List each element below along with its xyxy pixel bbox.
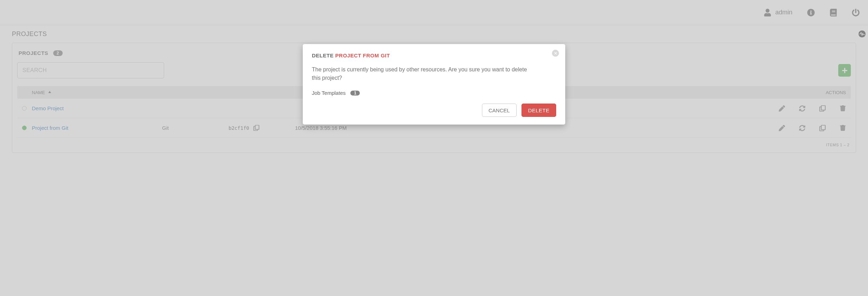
- cancel-button[interactable]: CANCEL: [482, 104, 517, 117]
- modal-backdrop[interactable]: ✕ DELETE PROJECT FROM GIT The project is…: [0, 0, 868, 296]
- modal-title-target: PROJECT FROM GIT: [335, 52, 390, 58]
- close-button[interactable]: ✕: [552, 50, 559, 57]
- delete-confirm-modal: ✕ DELETE PROJECT FROM GIT The project is…: [303, 44, 565, 125]
- modal-actions: CANCEL DELETE: [312, 104, 556, 117]
- dependency-row: Job Templates 1: [312, 90, 556, 96]
- modal-title-prefix: DELETE: [312, 52, 335, 58]
- modal-message: The project is currently being used by o…: [312, 65, 536, 82]
- modal-title: DELETE PROJECT FROM GIT: [312, 52, 556, 58]
- dependency-count-badge: 1: [350, 91, 360, 96]
- confirm-delete-button[interactable]: DELETE: [522, 104, 556, 117]
- dependency-label: Job Templates: [312, 90, 345, 96]
- close-icon: ✕: [554, 51, 558, 56]
